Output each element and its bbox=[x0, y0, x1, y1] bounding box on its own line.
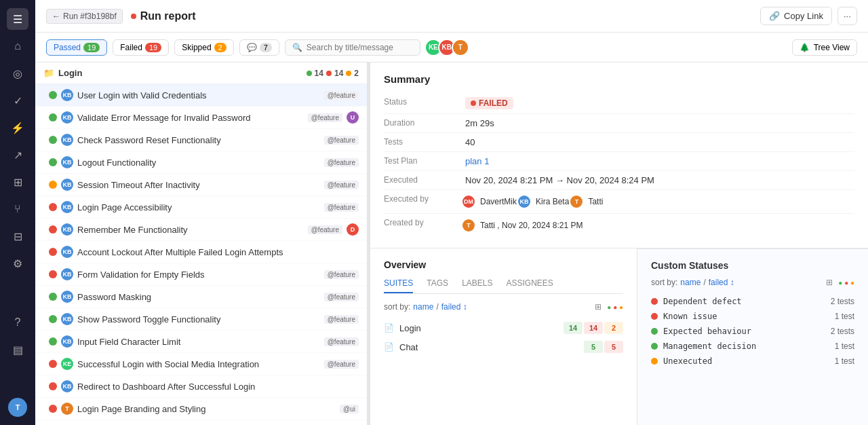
test-tag: @feature bbox=[324, 91, 359, 100]
suite-passed-count: 14 bbox=[315, 69, 323, 78]
overview-suite-row[interactable]: 📄 Login 14 14 2 bbox=[384, 318, 623, 337]
grid-icon[interactable]: ⊞ bbox=[7, 171, 28, 193]
tree-view-button[interactable]: 🌲 Tree View bbox=[792, 39, 857, 56]
overview-suite-row[interactable]: 📄 Chat 5 5 bbox=[384, 337, 623, 356]
custom-sort-failed[interactable]: failed ↕ bbox=[709, 278, 734, 287]
custom-status-name: Known issue bbox=[663, 312, 829, 321]
sub-header: Passed 19 Failed 19 Skipped 2 💬 7 🔍 KE K… bbox=[35, 33, 868, 62]
test-status-indicator bbox=[49, 405, 57, 413]
test-item[interactable]: KB Input Field Character Limit @feature bbox=[35, 331, 367, 353]
tests-value: 40 bbox=[465, 137, 475, 147]
avatar-primary: KB bbox=[61, 201, 73, 213]
test-name: Form Validation for Empty Fields bbox=[77, 270, 320, 280]
test-item[interactable]: KB Redirect to Dashboard After Successfu… bbox=[35, 375, 367, 398]
back-arrow-icon: ← bbox=[52, 12, 60, 21]
test-tag: @feature bbox=[324, 136, 359, 145]
custom-status-count: 2 tests bbox=[831, 327, 854, 336]
executed-row: Executed Nov 20, 2024 8:21 PM → Nov 20, … bbox=[384, 171, 854, 190]
overview-panel: Overview SUITES TAGS LABELS ASSIGNEES so… bbox=[370, 248, 637, 425]
home-icon[interactable]: ⌂ bbox=[7, 35, 28, 57]
sort-failed-link[interactable]: failed ↕ bbox=[441, 302, 467, 312]
custom-status-title: Custom Statuses bbox=[651, 260, 854, 271]
custom-filter-icon[interactable]: ⊞ bbox=[826, 278, 833, 287]
header-actions: 🔗 Copy Link ··· bbox=[760, 7, 857, 25]
layers-icon[interactable]: ▤ bbox=[7, 339, 28, 361]
test-item[interactable]: KE Successful Login with Social Media In… bbox=[35, 353, 367, 375]
test-status-indicator bbox=[49, 158, 57, 166]
list-icon[interactable]: ⊟ bbox=[7, 225, 28, 247]
test-item[interactable]: KB User Login with Valid Credentials @fe… bbox=[35, 84, 367, 107]
executed-by-row: Executed by DM DavertMik KB Kira Beta T … bbox=[384, 190, 854, 214]
search-input[interactable] bbox=[307, 43, 408, 52]
test-item[interactable]: KB Form Validation for Empty Fields @fea… bbox=[35, 263, 367, 286]
copy-link-button[interactable]: 🔗 Copy Link bbox=[760, 7, 832, 25]
status-dot-icon bbox=[131, 14, 136, 19]
overview-tabs: SUITES TAGS LABELS ASSIGNEES bbox=[384, 278, 623, 294]
tab-suites[interactable]: SUITES bbox=[384, 278, 413, 293]
test-item[interactable]: KB Check Password Reset Functionality @f… bbox=[35, 129, 367, 151]
check-icon[interactable]: ✓ bbox=[7, 90, 28, 111]
more-options-button[interactable]: ··· bbox=[837, 7, 857, 25]
test-item[interactable]: KB Session Timeout After Inactivity @fea… bbox=[35, 174, 367, 196]
run-tag[interactable]: ← Run #f3b198bf bbox=[46, 9, 123, 24]
custom-sort-name[interactable]: name bbox=[680, 278, 701, 287]
sidebar: ☰ ⌂ ◎ ✓ ⚡ ↗ ⊞ ⑂ ⊟ ⚙ ? ▤ T bbox=[0, 0, 35, 425]
sort-name-link[interactable]: name bbox=[413, 302, 433, 312]
test-item[interactable]: KB Login Page Accessibility @feature bbox=[35, 196, 367, 219]
skipped-filter-button[interactable]: Skipped 2 bbox=[174, 39, 234, 56]
avatar-primary: KB bbox=[61, 313, 73, 325]
executed-value: Nov 20, 2024 8:21 PM → Nov 20, 2024 8:24… bbox=[465, 175, 654, 185]
comments-filter-button[interactable]: 💬 7 bbox=[239, 39, 279, 56]
test-item[interactable]: KB Remember Me Functionality @feature D bbox=[35, 219, 367, 241]
test-item[interactable]: T Login Page Branding and Styling @ui bbox=[35, 398, 367, 420]
duration-row: Duration 2m 29s bbox=[384, 114, 854, 133]
test-item[interactable]: KB Account Lockout After Multiple Failed… bbox=[35, 241, 367, 263]
test-item[interactable]: KB Show Password Toggle Functionality @f… bbox=[35, 308, 367, 331]
overview-title: Overview bbox=[384, 259, 623, 270]
test-name: Login Page Branding and Styling bbox=[77, 404, 336, 414]
overview-suite-name: Login bbox=[399, 323, 558, 333]
failed-filter-button[interactable]: Failed 19 bbox=[113, 39, 169, 56]
test-tag: @feature bbox=[324, 203, 359, 212]
custom-status-item: Unexecuted 1 test bbox=[651, 354, 854, 369]
exec-avatar-kb: KB bbox=[517, 194, 532, 209]
duration-value: 2m 29s bbox=[465, 118, 494, 128]
help-icon[interactable]: ? bbox=[7, 312, 28, 333]
chart-icon[interactable]: ⚡ bbox=[7, 117, 28, 138]
search-box[interactable]: 🔍 bbox=[285, 39, 420, 56]
fail-bar: 14 bbox=[584, 322, 603, 334]
tab-tags[interactable]: TAGS bbox=[427, 278, 448, 293]
avatar[interactable]: T bbox=[8, 398, 27, 417]
summary-title: Summary bbox=[384, 73, 854, 85]
comments-badge: 7 bbox=[260, 43, 272, 52]
link-icon: 🔗 bbox=[769, 11, 780, 21]
activity-icon[interactable]: ◎ bbox=[7, 62, 28, 84]
test-item[interactable]: T Login Page Loading Time @ui bbox=[35, 420, 367, 425]
test-name: Login Page Accessibility bbox=[77, 202, 320, 212]
test-status-indicator bbox=[49, 270, 57, 278]
custom-status-count: 1 test bbox=[835, 356, 854, 366]
plan-link[interactable]: plan 1 bbox=[465, 156, 489, 166]
branch-icon[interactable]: ⑂ bbox=[7, 198, 28, 220]
right-panel: Summary Status FAILED Duration 2m bbox=[370, 62, 868, 425]
test-item[interactable]: KB Password Masking @feature bbox=[35, 286, 367, 308]
bottom-panels: Overview SUITES TAGS LABELS ASSIGNEES so… bbox=[370, 248, 868, 425]
passed-filter-button[interactable]: Passed 19 bbox=[46, 39, 107, 56]
test-item[interactable]: KB Logout Functionality @feature bbox=[35, 151, 367, 174]
avatar-t: T bbox=[452, 39, 469, 56]
suite-name: Login bbox=[58, 68, 82, 78]
test-tag: @feature bbox=[324, 293, 359, 301]
tab-labels[interactable]: LABELS bbox=[462, 278, 492, 293]
test-item[interactable]: KB Validate Error Message for Invalid Pa… bbox=[35, 107, 367, 129]
tab-assignees[interactable]: ASSIGNEES bbox=[507, 278, 553, 293]
skip-dot-icon bbox=[346, 71, 351, 76]
filter-icon[interactable]: ⊞ bbox=[595, 302, 601, 312]
menu-icon[interactable]: ☰ bbox=[7, 8, 28, 30]
avatar-secondary: U bbox=[347, 111, 359, 124]
test-tag: @feature bbox=[324, 181, 359, 189]
avatar-primary: KB bbox=[61, 291, 73, 303]
custom-status-count: 1 test bbox=[835, 341, 854, 351]
trend-icon[interactable]: ↗ bbox=[7, 144, 28, 166]
settings-icon[interactable]: ⚙ bbox=[7, 253, 28, 274]
skipped-badge: 2 bbox=[214, 43, 226, 52]
